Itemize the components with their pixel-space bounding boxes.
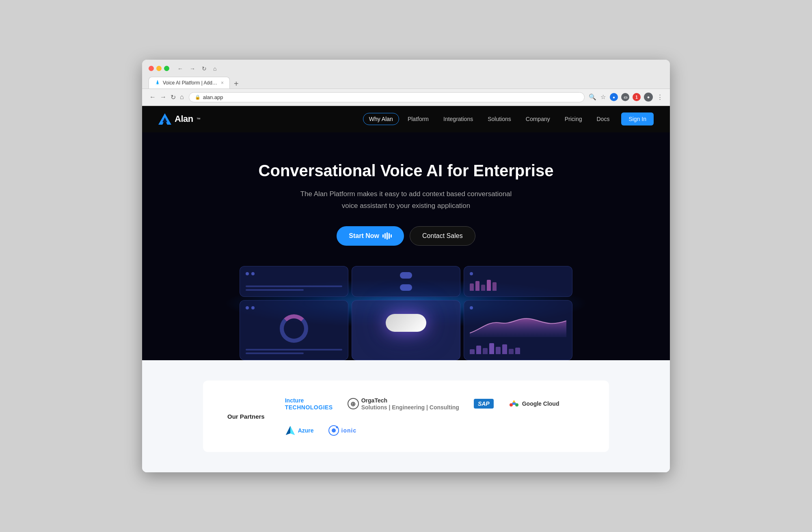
url-bar[interactable]: 🔒 alan.app: [189, 92, 585, 102]
dash-card-top-left: [240, 266, 348, 297]
tab-title: Voice AI Platform | Add voice t...: [163, 80, 218, 86]
orgatech-globe-icon: ⊕: [348, 398, 359, 409]
area-chart: [470, 313, 566, 337]
hero-cta-buttons: Start Now Contact Sales: [337, 226, 475, 246]
partners-label: Our Partners: [227, 413, 265, 420]
search-icon[interactable]: 🔍: [589, 93, 596, 101]
minimize-button[interactable]: [156, 66, 162, 71]
url-text: alan.app: [203, 94, 223, 100]
tab-bar: Voice AI Platform | Add voice t... × +: [149, 77, 663, 89]
browser-actions: 🔍 ☆ ● ▭ 1 ● ⋮: [589, 93, 663, 102]
menu-icon[interactable]: ⋮: [656, 93, 663, 101]
new-tab-button[interactable]: +: [231, 79, 242, 89]
svg-point-3: [515, 403, 518, 407]
start-now-label: Start Now: [349, 232, 379, 240]
dash-card-pill: [352, 300, 460, 360]
address-bar: ← → ↻ ⌂ 🔒 alan.app 🔍 ☆ ● ▭ 1 ● ⋮: [142, 89, 670, 106]
svg-point-2: [510, 403, 513, 407]
logo-icon: [158, 113, 171, 125]
nav-pricing[interactable]: Pricing: [559, 113, 588, 125]
google-cloud-text: Google Cloud: [522, 400, 559, 407]
partner-incture: Incture TECHNOLOGIES: [285, 397, 333, 411]
partner-ionic: ionic: [328, 425, 357, 436]
maximize-button[interactable]: [164, 66, 169, 71]
nav-integrations[interactable]: Integrations: [437, 113, 479, 125]
lock-icon: 🔒: [195, 95, 201, 100]
addr-refresh[interactable]: ↻: [170, 93, 177, 102]
partner-orgatech: ⊕ OrgaTech Solutions | Engineering | Con…: [348, 397, 459, 411]
dash-card-donut: [240, 300, 348, 360]
nav-solutions[interactable]: Solutions: [482, 113, 517, 125]
ionic-text: ionic: [341, 427, 357, 434]
nav-why-alan[interactable]: Why Alan: [363, 113, 399, 125]
hero-subtitle: The Alan Platform makes it easy to add c…: [296, 188, 516, 212]
svg-marker-5: [286, 426, 290, 435]
nav-controls: ← → ↻ ⌂: [149, 93, 185, 102]
contact-sales-button[interactable]: Contact Sales: [410, 226, 475, 246]
partners-section: Our Partners Incture TECHNOLOGIES ⊕ Orga…: [142, 360, 670, 472]
partner-sap: SAP: [474, 399, 494, 409]
logo-text: Alan: [175, 114, 193, 124]
forward-button[interactable]: →: [188, 65, 197, 73]
nav-company[interactable]: Company: [520, 113, 556, 125]
hero-title: Conversational Voice AI for Enterprise: [259, 161, 554, 180]
svg-point-9: [336, 426, 338, 428]
browser-titlebar: ← → ↻ ⌂ Voice AI Platform | Add voice t.…: [142, 60, 670, 89]
logo-link[interactable]: Alan™: [158, 113, 201, 125]
orgatech-sub: Solutions | Engineering | Consulting: [361, 404, 459, 411]
google-cloud-svg: [508, 398, 520, 408]
azure-text: Azure: [298, 427, 314, 434]
addr-forward[interactable]: →: [159, 93, 167, 102]
partners-logos: Incture TECHNOLOGIES ⊕ OrgaTech Solution…: [285, 397, 585, 436]
azure-icon: [285, 425, 296, 436]
ionic-icon: [328, 425, 339, 436]
traffic-lights: [149, 66, 169, 71]
incture-logo-text: Incture: [285, 397, 304, 404]
close-button[interactable]: [149, 66, 154, 71]
refresh-button[interactable]: ↻: [200, 65, 208, 73]
addr-home[interactable]: ⌂: [179, 93, 185, 102]
extension-notification[interactable]: 1: [633, 93, 641, 101]
partner-google-cloud: Google Cloud: [508, 398, 559, 409]
wave-icon: [382, 232, 392, 240]
svg-marker-6: [290, 426, 295, 435]
donut-chart: [280, 314, 308, 343]
browser-window: ← → ↻ ⌂ Voice AI Platform | Add voice t.…: [142, 60, 670, 473]
dash-card-top-center: [352, 266, 460, 297]
tab-close-button[interactable]: ×: [221, 80, 224, 86]
logo-trademark: ™: [197, 117, 201, 121]
nav-docs[interactable]: Docs: [591, 113, 616, 125]
partner-azure: Azure: [285, 425, 314, 436]
dash-card-bars: [464, 300, 572, 360]
addr-back[interactable]: ←: [149, 93, 157, 102]
back-button[interactable]: ←: [176, 65, 185, 73]
pill-visual: [386, 314, 426, 332]
sap-logo-text: SAP: [474, 399, 494, 409]
partners-inner: Our Partners Incture TECHNOLOGIES ⊕ Orga…: [203, 381, 609, 452]
active-tab[interactable]: Voice AI Platform | Add voice t... ×: [149, 77, 230, 89]
dash-card-top-right: [464, 266, 572, 297]
hero-section: Conversational Voice AI for Enterprise T…: [142, 132, 670, 361]
nav-links: Why Alan Platform Integrations Solutions…: [363, 112, 654, 125]
svg-point-8: [332, 428, 336, 433]
signin-button[interactable]: Sign In: [621, 112, 654, 125]
start-now-button[interactable]: Start Now: [337, 226, 404, 246]
cast-icon[interactable]: ▭: [621, 93, 629, 101]
nav-platform[interactable]: Platform: [402, 113, 435, 125]
tab-favicon: [155, 80, 160, 86]
incture-sub-text: TECHNOLOGIES: [285, 404, 333, 411]
extension-icon-1[interactable]: ●: [610, 93, 618, 101]
website-content: Alan™ Why Alan Platform Integrations Sol…: [142, 106, 670, 473]
site-navbar: Alan™ Why Alan Platform Integrations Sol…: [142, 106, 670, 132]
profile-icon[interactable]: ●: [644, 93, 653, 102]
bookmark-icon[interactable]: ☆: [599, 93, 607, 101]
hero-illustration: [231, 266, 581, 360]
orgatech-name: OrgaTech: [361, 397, 387, 404]
home-button[interactable]: ⌂: [212, 65, 218, 73]
google-cloud-icon: [508, 398, 520, 409]
